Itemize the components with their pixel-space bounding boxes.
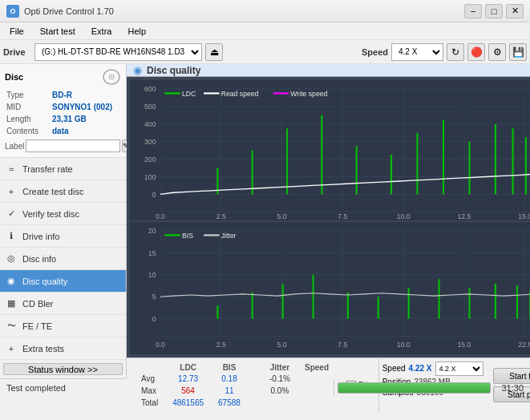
close-button[interactable]: ✕	[506, 4, 524, 18]
speed-stat-label: Speed	[382, 364, 406, 373]
mid-label: MID	[6, 102, 51, 112]
svg-text:15: 15	[148, 249, 156, 257]
disc-icon	[102, 69, 121, 85]
svg-rect-50	[468, 142, 470, 195]
svg-text:10: 10	[148, 271, 156, 279]
minimize-button[interactable]: −	[464, 4, 482, 18]
svg-rect-88	[282, 284, 284, 319]
length-value: 23,31 GB	[52, 114, 119, 124]
fe-te-icon: 〜	[5, 320, 18, 333]
time-display: 31:30	[495, 379, 530, 396]
svg-text:5.0: 5.0	[277, 212, 287, 220]
save-button[interactable]: 💾	[509, 43, 527, 61]
label-input[interactable]	[26, 139, 120, 152]
menu-extra[interactable]: Extra	[85, 25, 119, 38]
svg-text:10.0: 10.0	[397, 341, 411, 349]
svg-rect-94	[468, 289, 470, 319]
svg-rect-87	[252, 293, 253, 319]
svg-text:22.5: 22.5	[518, 341, 530, 349]
mid-value: SONYNO1 (002)	[52, 102, 119, 112]
cd-bler-icon: ▦	[5, 297, 18, 310]
status-window-label: Status window >>	[28, 365, 98, 374]
titlebar: O Opti Drive Control 1.70 − □ ✕	[0, 0, 530, 22]
label-label: Label	[5, 142, 24, 151]
sidebar-label-fe-te: FE / TE	[22, 321, 52, 331]
svg-rect-49	[443, 119, 444, 194]
progress-bar-bg	[338, 382, 491, 394]
svg-rect-90	[347, 293, 349, 319]
svg-rect-98	[164, 235, 180, 236]
drive-select[interactable]: (G:) HL-DT-ST BD-RE WH16NS48 1.D3	[34, 43, 202, 61]
bis-chart: 20 15 10 5 0 10% 8% 6% 4% 2%	[130, 222, 530, 353]
speed-stat-select[interactable]: 4.2 X	[435, 361, 483, 376]
sidebar-item-disc-info[interactable]: ◎ Disc info	[0, 248, 126, 270]
svg-rect-51	[495, 124, 496, 195]
ldc-header: LDC	[166, 363, 210, 372]
app-icon: O	[6, 5, 19, 18]
sidebar-label-disc-quality: Disc quality	[22, 277, 67, 286]
drive-toolbar: Drive (G:) HL-DT-ST BD-RE WH16NS48 1.D3 …	[0, 40, 530, 64]
sidebar-item-transfer-rate[interactable]: ≈ Transfer rate	[0, 158, 126, 180]
content-area: ◉ Disc quality	[127, 64, 530, 378]
svg-text:2.5: 2.5	[216, 212, 226, 220]
svg-rect-92	[408, 289, 410, 319]
status-text: Test completed	[0, 379, 334, 396]
svg-rect-95	[495, 284, 496, 319]
sidebar-item-fe-te[interactable]: 〜 FE / TE	[0, 315, 126, 337]
status-window-button[interactable]: Status window >>	[3, 363, 123, 375]
content-header: ◉ Disc quality	[127, 64, 530, 77]
menu-help[interactable]: Help	[121, 25, 152, 38]
charts-container: 600 500 400 300 200 100 0 18× 16× 14× 12…	[127, 77, 530, 357]
svg-text:12.5: 12.5	[458, 212, 471, 220]
jitter-header-cell: Jitter	[263, 363, 297, 372]
maximize-button[interactable]: □	[485, 4, 503, 18]
type-label: Type	[6, 90, 51, 100]
refresh-button[interactable]: ↻	[447, 43, 464, 61]
sidebar-item-drive-info[interactable]: ℹ Drive info	[0, 225, 126, 248]
sidebar-item-cd-bler[interactable]: ▦ CD Bler	[0, 293, 126, 315]
svg-rect-45	[321, 115, 322, 195]
svg-text:Write speed: Write speed	[290, 90, 327, 98]
svg-rect-58	[273, 92, 289, 94]
svg-rect-96	[516, 285, 518, 319]
svg-rect-100	[204, 235, 219, 236]
app-title: Opti Drive Control 1.70	[24, 6, 114, 16]
eject-button[interactable]: ⏏	[205, 43, 223, 61]
content-title: Disc quality	[147, 65, 200, 76]
total-bis: 67588	[212, 398, 247, 408]
menu-file[interactable]: File	[3, 25, 30, 38]
speed-header-cell: Speed	[298, 363, 335, 372]
type-value: BD-R	[52, 90, 119, 100]
progress-bar-fill	[338, 383, 490, 393]
svg-text:0: 0	[152, 315, 156, 323]
sidebar-item-verify-test-disc[interactable]: ✓ Verify test disc	[0, 203, 126, 225]
svg-text:LDC: LDC	[182, 90, 196, 98]
burn-button[interactable]: 🔴	[467, 43, 485, 61]
svg-text:200: 200	[144, 155, 156, 164]
svg-text:500: 500	[144, 103, 156, 111]
svg-rect-54	[164, 92, 180, 94]
transfer-rate-icon: ≈	[5, 163, 18, 176]
menu-start-test[interactable]: Start test	[34, 25, 82, 38]
sidebar-item-create-test-disc[interactable]: + Create test disc	[0, 180, 126, 203]
sidebar-label-disc-info: Disc info	[22, 254, 56, 264]
settings-button[interactable]: ⚙	[488, 43, 506, 61]
sidebar-label-extra-tests: Extra tests	[22, 344, 64, 353]
svg-text:7.5: 7.5	[338, 212, 347, 220]
sidebar-label-create-test: Create test disc	[22, 187, 83, 196]
sidebar-label-verify-test: Verify test disc	[22, 209, 79, 219]
sidebar-item-extra-tests[interactable]: + Extra tests	[0, 337, 126, 360]
sidebar-item-disc-quality[interactable]: ◉ Disc quality	[0, 270, 126, 293]
svg-rect-44	[286, 128, 288, 194]
total-label: Total	[135, 398, 164, 408]
svg-text:400: 400	[144, 120, 156, 128]
svg-text:0.0: 0.0	[156, 212, 165, 220]
sidebar-label-transfer-rate: Transfer rate	[22, 164, 73, 174]
svg-rect-52	[512, 128, 514, 194]
svg-text:10.0: 10.0	[397, 212, 411, 220]
create-test-icon: +	[5, 185, 18, 198]
total-ldc: 4861565	[166, 398, 210, 408]
svg-rect-46	[356, 146, 358, 194]
svg-text:0: 0	[152, 191, 156, 199]
speed-select[interactable]: 4.2 X	[391, 43, 443, 61]
